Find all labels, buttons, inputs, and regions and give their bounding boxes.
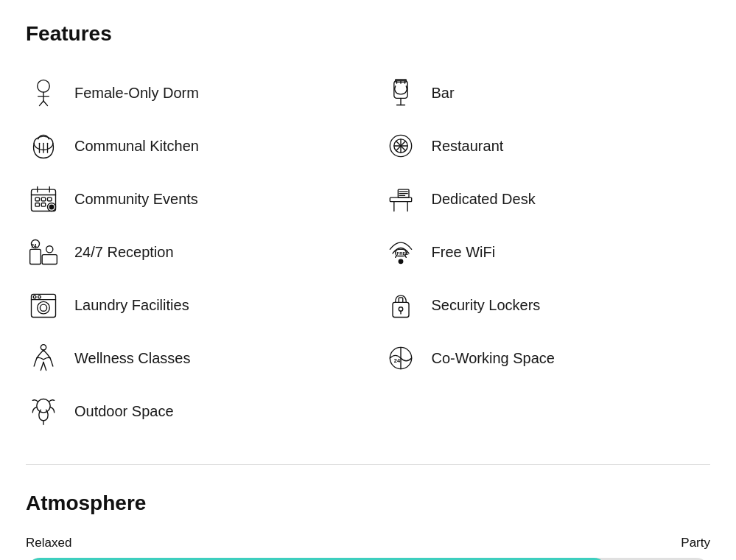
bar-icon — [383, 75, 418, 111]
svg-text:FREE: FREE — [396, 251, 408, 256]
atmosphere-label-party: Party — [681, 536, 710, 550]
features-title: Features — [26, 22, 710, 46]
svg-point-31 — [41, 345, 46, 350]
laundry-icon — [26, 287, 61, 323]
feature-247-reception: 24 24/7 Reception — [26, 225, 354, 279]
feature-247-reception-label: 24/7 Reception — [74, 244, 174, 261]
svg-rect-16 — [35, 203, 40, 207]
feature-community-events-label: Community Events — [74, 191, 198, 208]
feature-co-working-space-label: Co-Working Space — [432, 350, 555, 367]
svg-text:24: 24 — [32, 243, 38, 248]
svg-rect-22 — [42, 255, 57, 265]
locker-icon — [383, 287, 418, 323]
svg-rect-51 — [390, 197, 411, 202]
feature-outdoor-space-label: Outdoor Space — [74, 403, 174, 420]
svg-line-4 — [43, 101, 48, 105]
svg-rect-64 — [399, 298, 403, 302]
svg-rect-15 — [48, 197, 52, 201]
svg-line-3 — [40, 101, 44, 105]
svg-rect-20 — [30, 249, 41, 264]
feature-free-wifi-label: Free WiFi — [432, 244, 496, 261]
svg-point-19 — [49, 205, 54, 209]
svg-line-35 — [43, 363, 46, 371]
svg-point-28 — [40, 304, 46, 311]
feature-security-lockers-label: Security Lockers — [432, 297, 541, 314]
desk-icon — [383, 181, 418, 217]
feature-laundry-facilities-label: Laundry Facilities — [74, 297, 189, 314]
svg-point-62 — [399, 307, 403, 312]
svg-point-29 — [33, 295, 36, 298]
feature-laundry-facilities: Laundry Facilities — [26, 279, 354, 332]
coworking-icon: 24 — [383, 340, 418, 376]
feature-bar-label: Bar — [432, 85, 455, 102]
svg-point-27 — [38, 301, 50, 314]
female-icon — [26, 75, 61, 111]
feature-dedicated-desk-label: Dedicated Desk — [432, 191, 536, 208]
features-left-column: Female-Only Dorm Communal Kitchen — [26, 66, 354, 438]
feature-dedicated-desk: Dedicated Desk — [383, 172, 711, 225]
feature-communal-kitchen-label: Communal Kitchen — [74, 138, 199, 155]
atmosphere-label-relaxed: Relaxed — [26, 536, 71, 550]
feature-free-wifi: FREE Free WiFi — [383, 225, 711, 279]
outdoor-icon — [26, 393, 61, 429]
atmosphere-labels: Relaxed Party — [26, 536, 710, 550]
section-divider — [26, 464, 710, 465]
svg-rect-13 — [35, 197, 40, 201]
restaurant-icon — [383, 128, 418, 164]
feature-community-events: Community Events — [26, 172, 354, 225]
feature-restaurant: Restaurant — [383, 119, 711, 172]
feature-wellness-classes: Wellness Classes — [26, 332, 354, 385]
features-right-column: Bar Restaurant — [383, 66, 711, 438]
svg-line-34 — [41, 363, 43, 371]
svg-point-0 — [38, 80, 50, 93]
svg-point-23 — [46, 246, 53, 253]
svg-line-32 — [34, 358, 37, 366]
svg-point-58 — [399, 259, 403, 264]
svg-rect-17 — [41, 203, 46, 207]
feature-bar: Bar — [383, 66, 711, 119]
svg-rect-14 — [41, 197, 46, 201]
feature-female-only-dorm-label: Female-Only Dorm — [74, 85, 199, 102]
svg-line-33 — [50, 358, 53, 366]
reception-icon: 24 — [26, 234, 61, 270]
feature-security-lockers: Security Lockers — [383, 279, 711, 332]
feature-communal-kitchen: Communal Kitchen — [26, 119, 354, 172]
atmosphere-section: Atmosphere Relaxed Party — [26, 491, 710, 560]
svg-rect-61 — [393, 302, 409, 317]
svg-point-30 — [38, 295, 41, 298]
wellness-icon — [26, 340, 61, 376]
kitchen-icon — [26, 128, 61, 164]
events-icon — [26, 181, 61, 217]
svg-text:24: 24 — [393, 357, 400, 364]
feature-co-working-space: 24 Co-Working Space — [383, 332, 711, 385]
wifi-icon: FREE — [383, 234, 418, 270]
features-grid: Female-Only Dorm Communal Kitchen — [26, 66, 710, 438]
atmosphere-title: Atmosphere — [26, 491, 710, 515]
feature-outdoor-space: Outdoor Space — [26, 385, 354, 438]
feature-female-only-dorm: Female-Only Dorm — [26, 66, 354, 119]
svg-point-36 — [37, 399, 50, 413]
feature-wellness-classes-label: Wellness Classes — [74, 350, 190, 367]
feature-restaurant-label: Restaurant — [432, 138, 504, 155]
